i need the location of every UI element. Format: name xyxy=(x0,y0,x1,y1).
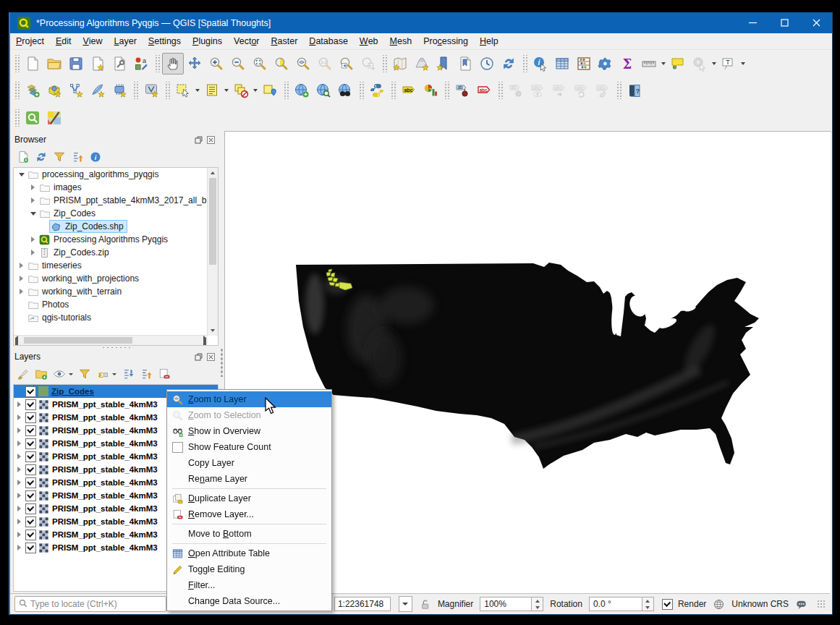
context-menu-item-zoom-to-layer[interactable]: Zoom to Layer xyxy=(167,391,331,407)
show-layout-manager-button[interactable] xyxy=(109,53,130,75)
zoom-to-layer-button[interactable] xyxy=(292,53,314,75)
layer-visibility-checkbox[interactable] xyxy=(25,412,36,423)
search-layers-button[interactable] xyxy=(313,80,334,101)
style-manager-button[interactable]: a xyxy=(130,53,152,75)
layer-visibility-checkbox[interactable] xyxy=(25,464,36,475)
context-menu-item-move-to-bottom[interactable]: Move to Bottom xyxy=(167,526,331,542)
resize-grip[interactable] xyxy=(817,600,826,608)
browser-close-button[interactable] xyxy=(205,135,217,145)
menu-help[interactable]: Help xyxy=(474,33,504,49)
lock-scale-icon[interactable] xyxy=(419,598,431,611)
plugin-osm-edit-button[interactable] xyxy=(43,107,65,129)
filter-by-expression-dropdown[interactable] xyxy=(112,373,119,375)
python-console-button[interactable] xyxy=(366,80,388,101)
toolbar-drag-handle[interactable] xyxy=(154,55,160,72)
highlight-pinned-labels-button[interactable]: abc xyxy=(473,80,495,101)
select-by-expression-button[interactable] xyxy=(259,80,281,101)
text-annotation-dropdown[interactable] xyxy=(739,54,747,74)
menu-settings[interactable]: Settings xyxy=(143,33,187,49)
select-by-value-dropdown[interactable] xyxy=(223,80,230,101)
browser-float-button[interactable] xyxy=(192,135,205,145)
browser-item-processing-algorithms-pyqgis[interactable]: processing_algorithms_pyqgis xyxy=(14,168,218,181)
menu-plugins[interactable]: Plugins xyxy=(187,33,228,49)
browser-item-processing-algorithms-pyqgis[interactable]: Processing Algorithms Pyqgis xyxy=(14,233,218,246)
processing-toolbox-button[interactable] xyxy=(595,53,616,75)
select-features-button[interactable] xyxy=(172,80,194,101)
browser-item-timeseries[interactable]: timeseries xyxy=(14,259,218,272)
help-contents-button[interactable]: ? xyxy=(624,80,645,101)
save-project-button[interactable] xyxy=(65,53,87,75)
enable-properties-widget-button[interactable]: i xyxy=(87,149,104,166)
crs-globe-icon[interactable] xyxy=(713,598,725,611)
toolbar-drag-handle[interactable] xyxy=(14,109,20,127)
expander-icon[interactable] xyxy=(28,250,38,255)
browser-item-photos[interactable]: Photos xyxy=(14,298,218,311)
metasearch-button[interactable] xyxy=(334,80,356,101)
layer-visibility-checkbox[interactable] xyxy=(25,399,36,410)
new-shapefile-layer-button[interactable] xyxy=(140,80,162,101)
layer-visibility-checkbox[interactable] xyxy=(25,386,36,397)
new-geopackage-layer-button[interactable] xyxy=(87,80,109,101)
measure-line-button[interactable] xyxy=(638,53,660,75)
add-selected-layers-button[interactable] xyxy=(14,149,32,166)
new-print-layout-button[interactable] xyxy=(87,53,109,75)
new-map-view-button[interactable] xyxy=(389,53,411,75)
render-checkbox[interactable] xyxy=(662,599,673,610)
filter-by-expression-button[interactable]: ε xyxy=(94,366,111,383)
pan-to-selection-button[interactable] xyxy=(184,53,205,75)
layer-diagram-button[interactable] xyxy=(420,80,441,101)
deselect-features-button[interactable] xyxy=(230,80,252,101)
close-button[interactable] xyxy=(800,12,832,33)
layer-visibility-checkbox[interactable] xyxy=(25,425,36,436)
zoom-to-selection-button[interactable] xyxy=(271,53,292,75)
expander-icon[interactable] xyxy=(14,414,24,420)
temporal-controller-button[interactable] xyxy=(476,53,498,75)
zoom-out-button[interactable] xyxy=(227,53,249,75)
manage-map-themes-button[interactable] xyxy=(51,366,68,383)
new-project-button[interactable] xyxy=(22,53,43,75)
show-statistics-button[interactable]: Σ xyxy=(616,53,638,75)
expander-icon[interactable] xyxy=(28,197,38,203)
collapse-all-browser-button[interactable] xyxy=(69,149,86,166)
select-by-value-button[interactable] xyxy=(201,80,223,101)
minimize-button[interactable] xyxy=(737,12,768,33)
expander-icon[interactable] xyxy=(14,519,24,524)
open-layer-styling-button[interactable] xyxy=(14,366,32,383)
manage-map-themes-dropdown[interactable] xyxy=(69,373,75,375)
zoom-last-button[interactable] xyxy=(336,53,357,75)
select-features-dropdown[interactable] xyxy=(194,80,201,101)
expander-icon[interactable] xyxy=(17,276,26,281)
expand-all-layers-button[interactable] xyxy=(119,366,137,383)
browser-item-zip-codes-zip[interactable]: Zip_Codes.zip xyxy=(14,246,218,259)
expander-icon[interactable] xyxy=(28,212,38,216)
statistical-summary-button[interactable] xyxy=(573,53,595,75)
menu-vector[interactable]: Vector xyxy=(228,33,265,49)
magnifier-spinbox[interactable]: 100% xyxy=(480,597,543,611)
open-project-button[interactable] xyxy=(43,53,65,75)
browser-item-prism-ppt-stable-4kmm3-2017-all-bil[interactable]: PRISM_ppt_stable_4kmM3_2017_all_bil xyxy=(14,194,218,207)
map-tips-button[interactable] xyxy=(667,53,689,75)
filter-legend-button[interactable] xyxy=(76,366,93,383)
layer-visibility-checkbox[interactable] xyxy=(25,503,36,514)
expander-icon[interactable] xyxy=(14,467,24,472)
toolbar-drag-handle[interactable] xyxy=(358,82,364,99)
show-spatial-bookmarks-button[interactable] xyxy=(454,53,476,75)
context-menu-item-show-in-overview[interactable]: Show in Overview xyxy=(167,423,331,439)
context-menu-item-remove-layer[interactable]: Remove Layer... xyxy=(167,506,331,522)
layers-float-button[interactable] xyxy=(192,352,205,362)
context-menu-item-change-data-source[interactable]: Change Data Source... xyxy=(167,593,331,609)
pin-labels-button[interactable]: ab xyxy=(451,80,473,101)
expander-icon[interactable] xyxy=(14,545,24,550)
add-group-button[interactable] xyxy=(33,366,50,383)
expander-icon[interactable] xyxy=(14,480,24,485)
context-menu-item-filter[interactable]: Filter... xyxy=(167,577,331,593)
context-menu-item-copy-layer[interactable]: Copy Layer xyxy=(167,455,331,471)
identify-features-button[interactable]: i xyxy=(530,53,551,75)
messages-icon[interactable] xyxy=(795,598,807,611)
zoom-in-button[interactable] xyxy=(205,53,227,75)
expander-icon[interactable] xyxy=(14,493,24,498)
zoom-full-extent-button[interactable] xyxy=(249,53,271,75)
add-raster-layer-button[interactable] xyxy=(43,80,65,101)
context-menu-item-rename-layer[interactable]: Rename Layer xyxy=(167,471,331,487)
menu-mesh[interactable]: Mesh xyxy=(384,33,418,49)
